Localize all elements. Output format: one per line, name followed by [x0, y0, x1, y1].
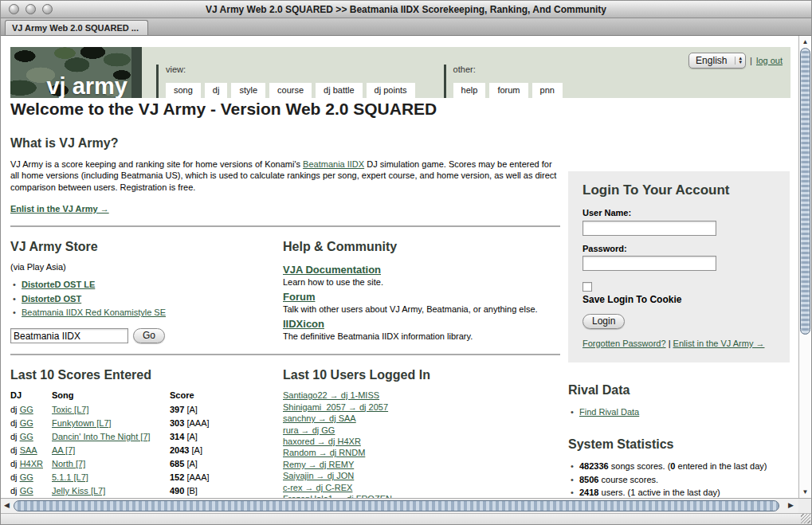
- view-tab-song[interactable]: song: [166, 83, 201, 98]
- view-tab-dj-points[interactable]: dj points: [367, 83, 415, 98]
- song-link[interactable]: Jelly Kiss [L7]: [52, 486, 105, 496]
- other-tab-pnn[interactable]: pnn: [532, 83, 563, 98]
- help-entry-link[interactable]: VJA Documentation: [283, 264, 381, 276]
- sidebar-enlist-link[interactable]: Enlist in the VJ Army →: [673, 339, 765, 348]
- view-tab-dj[interactable]: dj: [205, 83, 228, 98]
- list-item[interactable]: rura → dj GG: [283, 425, 335, 436]
- table-row: dj GGFunkytown [L7]303 [AAA]: [10, 418, 210, 432]
- horizontal-scrollbar-thumb[interactable]: [14, 500, 779, 511]
- enlist-link[interactable]: Enlist in the VJ Army →: [10, 204, 109, 214]
- dj-link[interactable]: GG: [20, 405, 33, 414]
- help-heading: Help & Community: [283, 240, 560, 254]
- dj-link[interactable]: H4XR: [20, 459, 43, 468]
- save-login-checkbox[interactable]: [583, 282, 592, 292]
- dj-link[interactable]: GG: [20, 472, 33, 482]
- song-link[interactable]: AA [7]: [52, 445, 75, 455]
- table-row: dj GGDancin' Into The Night [7]314 [A]: [10, 432, 210, 445]
- browser-tab-strip: VJ Army Web 2.0 SQUARED ...: [1, 18, 811, 36]
- score-grade: [A]: [184, 459, 198, 468]
- system-statistics-section: System Statistics 482336 songs scores. (…: [568, 437, 790, 498]
- scores-table: DJ Song Score dj GGToxic [L7]397 [A]dj G…: [10, 390, 210, 498]
- help-entry-link[interactable]: Forum: [283, 291, 315, 303]
- store-heading: VJ Army Store: [10, 240, 283, 254]
- score-value: 685: [170, 459, 184, 468]
- list-item[interactable]: Random → dj RNDM: [283, 448, 365, 458]
- other-tab-forum[interactable]: forum: [489, 83, 528, 98]
- resize-grip-icon[interactable]: [801, 514, 810, 523]
- song-link[interactable]: Funkytown [L7]: [52, 418, 112, 428]
- scroll-down-icon[interactable]: ▼: [799, 488, 811, 496]
- forgotten-password-link[interactable]: Forgotten Password?: [583, 339, 666, 348]
- list-item[interactable]: haxored → dj H4XR: [283, 437, 361, 447]
- separator-text: |: [669, 339, 671, 348]
- score-value: 314: [170, 432, 184, 441]
- scroll-left-icon[interactable]: ◀: [4, 501, 10, 509]
- close-window-button[interactable]: [9, 4, 19, 14]
- sidebar: Login To Your Account User Name: Passwor…: [568, 171, 790, 498]
- last-logins-section: Last 10 Users Logged In Santiago22 → dj …: [283, 368, 560, 498]
- other-tab-help[interactable]: help: [453, 83, 486, 98]
- vj-army-logo[interactable]: vj army: [10, 47, 131, 98]
- scores-col-song: Song: [52, 390, 170, 405]
- list-item[interactable]: Santiago22 → dj 1-MISS: [283, 390, 379, 401]
- username-field[interactable]: [583, 221, 716, 236]
- find-rival-data-link[interactable]: Find Rival Data: [579, 407, 639, 417]
- score-grade: [B]: [184, 486, 198, 496]
- help-entry-link[interactable]: IIDXicon: [283, 318, 324, 330]
- list-item[interactable]: c-rex → dj C-REX: [283, 483, 352, 493]
- dj-prefix: dj: [10, 405, 20, 414]
- system-statistics-heading: System Statistics: [568, 437, 790, 452]
- dj-prefix: dj: [10, 418, 20, 428]
- site-header: vj army view: songdjstylecoursedj battle…: [10, 47, 790, 98]
- other-label: other:: [453, 65, 563, 74]
- password-label: Password:: [583, 244, 775, 253]
- store-item: DistorteD OST: [10, 294, 283, 305]
- login-button[interactable]: Login: [583, 314, 625, 329]
- score-value: 2043: [170, 445, 189, 455]
- view-tab-style[interactable]: style: [231, 83, 265, 98]
- zoom-window-button[interactable]: [42, 4, 53, 14]
- beatmania-iidx-link[interactable]: Beatmania IIDX: [303, 159, 364, 169]
- store-item-link[interactable]: DistorteD OST LE: [22, 280, 95, 289]
- score-value: 397: [170, 405, 184, 414]
- table-row: dj GG5.1.1 [L7]152 [AAA]: [10, 472, 210, 486]
- song-link[interactable]: Toxic [L7]: [52, 405, 88, 414]
- vertical-scrollbar-thumb[interactable]: [800, 48, 810, 335]
- list-item[interactable]: sanchny → dj SAA: [283, 413, 356, 424]
- list-item[interactable]: Remy → dj REMY: [283, 460, 354, 470]
- store-item-link[interactable]: DistorteD OST: [22, 294, 81, 304]
- song-link[interactable]: Dancin' Into The Night [7]: [52, 432, 151, 441]
- browser-tab[interactable]: VJ Army Web 2.0 SQUARED ...: [5, 20, 148, 35]
- other-tabs: helpforumpnn: [453, 83, 563, 98]
- language-area: English ▲▼ | log out: [688, 53, 783, 69]
- store-search-input[interactable]: [10, 328, 128, 343]
- dj-link[interactable]: GG: [20, 486, 33, 496]
- log-out-link[interactable]: log out: [756, 56, 783, 65]
- dj-link[interactable]: SAA: [20, 445, 37, 455]
- minimize-window-button[interactable]: [25, 4, 36, 14]
- song-link[interactable]: North [7]: [52, 459, 85, 468]
- dj-prefix: dj: [10, 486, 20, 496]
- statistic-item: 2418 users. (1 active in the last day): [568, 488, 790, 498]
- password-field[interactable]: [583, 256, 716, 271]
- horizontal-scrollbar[interactable]: ◀ ▶: [1, 498, 798, 513]
- separator-text: |: [750, 56, 752, 65]
- scroll-right-icon[interactable]: ▶: [788, 501, 794, 509]
- list-item[interactable]: Shinigami_2057 → dj 2057: [283, 402, 388, 413]
- list-item[interactable]: Saiyajin → dj JON: [283, 471, 354, 481]
- dj-link[interactable]: GG: [20, 432, 33, 441]
- song-link[interactable]: 5.1.1 [L7]: [52, 472, 88, 482]
- last-logins-heading: Last 10 Users Logged In: [283, 368, 560, 382]
- scrollbar-corner: [798, 498, 811, 513]
- rival-data-section: Rival Data Find Rival Data: [568, 383, 790, 418]
- store-item-link[interactable]: Beatmania IIDX Red Konamistyle SE: [22, 308, 166, 317]
- vertical-scrollbar[interactable]: ▲ ▼: [798, 36, 811, 498]
- language-select[interactable]: English ▲▼: [688, 53, 746, 69]
- scroll-up-icon[interactable]: ▲: [799, 38, 811, 45]
- dj-link[interactable]: GG: [20, 418, 33, 428]
- statistic-item: 482336 songs scores. (0 entered in the l…: [568, 461, 790, 472]
- view-tab-dj-battle[interactable]: dj battle: [316, 83, 363, 98]
- view-tab-course[interactable]: course: [269, 83, 312, 98]
- store-go-button[interactable]: Go: [133, 328, 165, 343]
- scores-col-score: Score: [170, 390, 210, 405]
